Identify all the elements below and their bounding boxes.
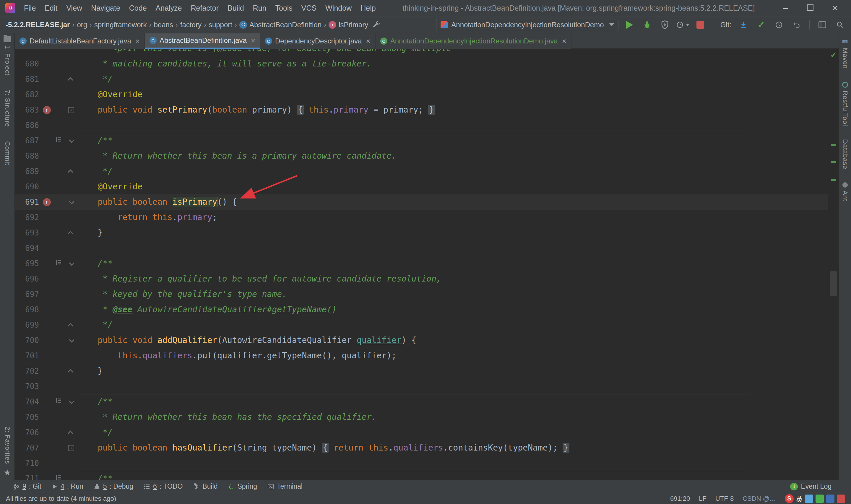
file-encoding[interactable]: UTF-8: [716, 495, 734, 503]
toggle-rendered-view-icon[interactable]: [55, 471, 62, 480]
menu-vcs[interactable]: VCS: [297, 0, 321, 16]
menu-analyze[interactable]: Analyze: [151, 0, 186, 16]
event-log-label: Event Log: [801, 482, 832, 490]
menu-navigate[interactable]: Navigate: [87, 0, 125, 16]
tool-stripe-restfultool[interactable]: RestfulTool: [841, 82, 849, 126]
rollback-button[interactable]: [790, 18, 803, 31]
menu-window[interactable]: Window: [321, 0, 356, 16]
overriding-method-icon[interactable]: ↑: [43, 106, 51, 114]
toggle-rendered-view-icon[interactable]: [55, 394, 62, 410]
inspection-ok-icon[interactable]: ✓: [830, 51, 837, 60]
scrollbar-thumb[interactable]: [830, 271, 837, 296]
breadcrumb-item-springframework[interactable]: springframework: [93, 21, 148, 29]
menu-code[interactable]: Code: [125, 0, 151, 16]
line-number: 695: [15, 256, 41, 271]
stop-button[interactable]: [693, 18, 707, 31]
history-button[interactable]: [772, 18, 786, 31]
toggle-rendered-view-icon[interactable]: [55, 256, 62, 271]
editor-tab-abstractbeandefinition-java[interactable]: CAbstractBeanDefinition.java×: [145, 33, 260, 49]
breadcrumb-item-beans[interactable]: beans: [152, 21, 175, 29]
ime-language-indicator[interactable]: 英: [796, 494, 802, 503]
fold-collapse-icon[interactable]: [69, 398, 74, 404]
search-everywhere-button[interactable]: [833, 18, 847, 31]
skin-icon[interactable]: [826, 494, 834, 503]
close-tab-icon[interactable]: ×: [135, 37, 140, 46]
menu-help[interactable]: Help: [356, 0, 380, 16]
close-tab-icon[interactable]: ×: [562, 37, 566, 46]
run-button[interactable]: [622, 18, 636, 31]
line-separator[interactable]: LF: [699, 495, 707, 503]
toolbox-icon[interactable]: [837, 494, 845, 503]
editor-tab-defaultlistablebeanfactory-java[interactable]: CDefaultListableBeanFactory.java×: [15, 33, 145, 49]
fold-end-icon[interactable]: [68, 323, 73, 328]
emoji-icon[interactable]: [816, 494, 824, 503]
minimize-button[interactable]: –: [777, 3, 794, 13]
maximize-button[interactable]: [802, 3, 818, 13]
editor-scrollbar[interactable]: ✓: [828, 49, 838, 480]
menu-file[interactable]: File: [19, 0, 40, 16]
code-area[interactable]: * <p>If this value is {@code true} for e…: [15, 49, 828, 480]
run-configuration-select[interactable]: AnnotationDependencyInjectionResolutionD…: [436, 19, 618, 31]
overriding-method-icon[interactable]: ↑: [43, 198, 51, 206]
editor-tab-dependencydescriptor-java[interactable]: CDependencyDescriptor.java×: [260, 33, 376, 49]
vcs-update-button[interactable]: [737, 18, 750, 31]
toolwindow-button-terminal[interactable]: Terminal: [262, 482, 308, 490]
code-text: */: [78, 317, 113, 332]
favorites-star-icon[interactable]: ★: [3, 468, 11, 478]
breadcrumb-item-abstractbeandefinition[interactable]: CAbstractBeanDefinition: [238, 21, 323, 29]
close-button[interactable]: ×: [827, 3, 843, 13]
debug-button[interactable]: [640, 18, 654, 31]
toolwindow-button-todo[interactable]: 6: TODO: [138, 482, 188, 490]
keyboard-icon[interactable]: [805, 494, 813, 503]
toggle-rendered-view-icon[interactable]: [55, 133, 62, 148]
tool-stripe-database[interactable]: Database: [841, 139, 849, 169]
wrench-icon[interactable]: [370, 18, 383, 31]
toolwindow-button-debug[interactable]: 5: Debug: [88, 482, 138, 490]
tool-stripe-commit[interactable]: Commit: [3, 141, 11, 165]
breadcrumb-item-factory[interactable]: factory: [179, 21, 203, 29]
menu-edit[interactable]: Edit: [40, 0, 62, 16]
menu-tools[interactable]: Tools: [271, 0, 297, 16]
close-tab-icon[interactable]: ×: [366, 37, 370, 46]
fold-collapse-icon[interactable]: [69, 337, 74, 342]
menu-build[interactable]: Build: [223, 0, 249, 16]
fold-end-icon[interactable]: [68, 369, 73, 374]
caret-position[interactable]: 691:20: [670, 495, 690, 503]
fold-collapse-icon[interactable]: [69, 137, 74, 143]
fold-end-icon[interactable]: [68, 430, 73, 436]
menu-view[interactable]: View: [62, 0, 87, 16]
breadcrumb-item-isprimary[interactable]: misPrimary: [327, 21, 370, 29]
coverage-button[interactable]: [658, 18, 672, 31]
menu-refactor[interactable]: Refactor: [186, 0, 223, 16]
tool-stripe-maven[interactable]: mMaven: [841, 37, 849, 69]
fold-collapse-icon[interactable]: [69, 199, 74, 204]
clock-icon: [775, 21, 783, 29]
tool-stripe-1-project[interactable]: 1: Project: [3, 36, 11, 76]
toolwindow-button-spring[interactable]: Spring: [222, 482, 262, 490]
fold-end-icon[interactable]: [68, 77, 73, 83]
code-editor[interactable]: * <p>If this value is {@code true} for e…: [15, 49, 838, 480]
editor-tab-annotationdependencyinjectionresolutiondemo-java[interactable]: CAnnotationDependencyInjectionResolution…: [376, 33, 572, 49]
breadcrumb-item-5-2-2-release-jar[interactable]: -5.2.2.RELEASE.jar: [4, 21, 71, 29]
toolwindow-button-run[interactable]: 4: Run: [47, 482, 88, 490]
toolwindow-button-build[interactable]: Build: [188, 482, 222, 490]
event-log-button[interactable]: 1 Event Log: [790, 482, 843, 490]
fold-end-icon[interactable]: [68, 231, 73, 236]
fold-expand-icon[interactable]: +: [68, 107, 74, 113]
fold-collapse-icon[interactable]: [69, 260, 74, 266]
tool-stripe-2-favorites[interactable]: 2: Favorites: [3, 427, 11, 464]
sogou-logo-icon[interactable]: S: [785, 494, 794, 503]
toolwindow-button-git[interactable]: 9: Git: [8, 482, 47, 490]
close-tab-icon[interactable]: ×: [251, 36, 255, 45]
menu-run[interactable]: Run: [249, 0, 271, 16]
profiler-button[interactable]: [676, 18, 689, 31]
tool-stripe-label: 7: Structure: [3, 90, 11, 127]
tool-stripe-7-structure[interactable]: 7: Structure: [3, 90, 11, 127]
layout-button[interactable]: [816, 18, 829, 31]
breadcrumb-item-org[interactable]: org: [75, 21, 89, 29]
fold-end-icon[interactable]: [68, 169, 73, 175]
tool-stripe-ant[interactable]: Ant: [841, 182, 849, 201]
breadcrumb-item-support[interactable]: support: [207, 21, 234, 29]
fold-expand-icon[interactable]: +: [68, 445, 74, 451]
vcs-commit-button[interactable]: ✓: [754, 18, 768, 31]
